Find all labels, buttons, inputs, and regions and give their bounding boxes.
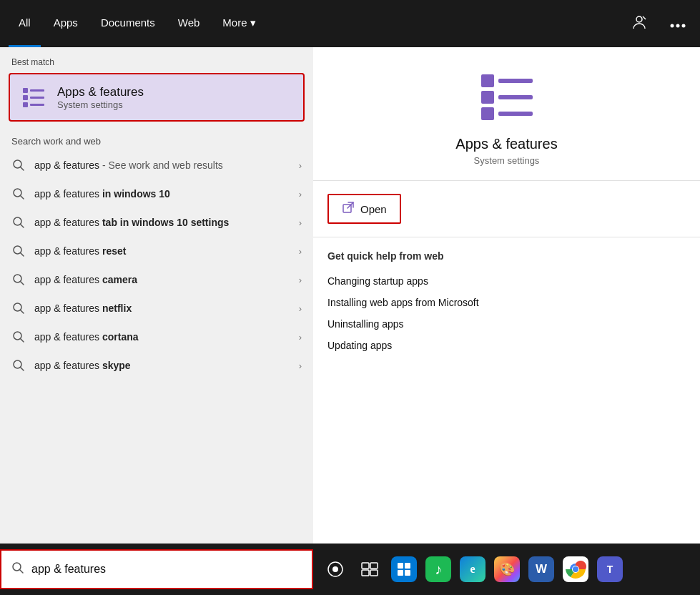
task-view-button[interactable] [353,549,386,589]
open-external-icon [342,201,355,217]
search-icon [11,272,26,287]
svg-point-4 [682,24,686,27]
svg-line-18 [21,253,24,257]
chevron-right-icon: › [299,303,302,314]
quick-help-link[interactable]: Updating apps [327,335,686,356]
chevron-right-icon: › [299,275,302,285]
svg-line-26 [21,368,24,371]
nav-tab-apps[interactable]: Apps [44,0,88,47]
svg-point-50 [573,566,578,572]
chevron-right-icon: › [299,332,302,343]
more-options-icon[interactable] [664,14,691,34]
open-button[interactable]: Open [327,194,401,224]
svg-line-24 [21,339,24,343]
svg-rect-5 [23,88,28,93]
paint-icon[interactable]: 🎨 [491,549,523,589]
list-item[interactable]: app & features - See work and web result… [0,151,313,180]
best-match-label: Best match [0,47,313,73]
feedback-icon[interactable] [626,11,653,36]
list-item-text: app & features - See work and web result… [34,159,290,171]
quick-help-link[interactable]: Installing web apps from Microsoft [327,292,686,313]
left-panel: Best match Apps & features System settin… [0,47,313,544]
store-icon[interactable] [388,549,420,589]
open-button-label: Open [360,203,387,215]
search-bar-icon [11,561,24,578]
svg-rect-27 [481,74,494,87]
search-icon [11,301,26,315]
best-match-item[interactable]: Apps & features System settings [9,73,305,122]
svg-rect-41 [362,570,369,576]
chrome-icon[interactable] [559,549,592,589]
search-icon [11,330,26,344]
word-icon[interactable]: W [525,549,558,589]
best-match-text: Apps & features System settings [57,85,144,110]
list-item[interactable]: app & features reset › [0,237,313,265]
list-item[interactable]: app & features netflix › [0,294,313,323]
nav-tab-web[interactable]: Web [168,0,210,47]
apps-features-icon [21,84,47,110]
svg-rect-40 [370,563,378,569]
list-item[interactable]: app & features in windows 10 › [0,180,313,208]
quick-help-section: Get quick help from web Changing startup… [313,237,700,356]
svg-line-1 [643,16,646,19]
svg-rect-31 [481,107,494,120]
search-icon [11,158,26,172]
svg-line-14 [21,196,24,200]
list-item-text: app & features cortana [34,331,290,343]
list-item-text: app & features reset [34,245,290,257]
edge-icon[interactable]: e [456,549,489,589]
app-title-large: Apps & features [455,136,557,152]
svg-line-16 [21,225,24,228]
quick-help-link[interactable]: Changing startup apps [327,270,686,292]
teams-icon[interactable]: T [593,549,626,589]
chevron-right-icon: › [299,160,302,171]
svg-rect-42 [370,570,378,576]
app-subtitle-large: System settings [474,155,540,166]
svg-rect-29 [481,91,494,104]
chevron-right-icon: › [299,189,302,200]
start-button[interactable] [319,549,352,589]
svg-point-2 [671,24,674,27]
list-item-text: app & features camera [34,274,290,285]
svg-line-22 [21,310,24,314]
svg-rect-6 [30,89,44,92]
top-nav: All Apps Documents Web More ▾ [0,0,700,47]
list-item-text: app & features netflix [34,303,290,314]
svg-rect-39 [362,563,369,569]
quick-help-link[interactable]: Uninstalling apps [327,313,686,335]
best-match-title: Apps & features [57,85,144,99]
list-item[interactable]: app & features tab in windows 10 setting… [0,208,313,237]
search-icon [11,244,26,258]
nav-tab-more[interactable]: More ▾ [212,0,265,47]
list-item-text: app & features tab in windows 10 setting… [34,217,290,228]
list-item[interactable]: app & features camera › [0,265,313,294]
right-panel: Apps & features System settings Open Get… [313,47,700,544]
svg-rect-28 [498,79,533,83]
svg-rect-32 [498,112,533,116]
chevron-right-icon: › [299,360,302,371]
nav-tab-documents[interactable]: Documents [91,0,165,47]
list-item-text: app & features in windows 10 [34,188,290,200]
search-icon [11,187,26,201]
list-item-text: app & features skype [34,360,290,371]
search-icon [11,215,26,230]
svg-line-20 [21,282,24,285]
nav-tab-all[interactable]: All [9,0,41,47]
svg-line-36 [20,569,24,573]
chevron-right-icon: › [299,246,302,257]
search-input[interactable] [31,563,302,576]
search-bar-wrap[interactable] [0,549,313,589]
svg-rect-45 [398,570,403,576]
open-btn-wrap: Open [313,181,700,237]
svg-rect-44 [405,563,410,569]
chevron-right-icon: › [299,217,302,228]
spotify-icon[interactable]: ♪ [422,549,455,589]
list-item[interactable]: app & features cortana › [0,323,313,351]
svg-point-38 [332,566,338,572]
svg-line-34 [347,202,353,208]
search-icon [11,358,26,373]
best-match-subtitle: System settings [57,99,144,110]
list-item[interactable]: app & features skype › [0,351,313,380]
svg-rect-10 [30,104,44,106]
svg-rect-9 [23,102,28,107]
